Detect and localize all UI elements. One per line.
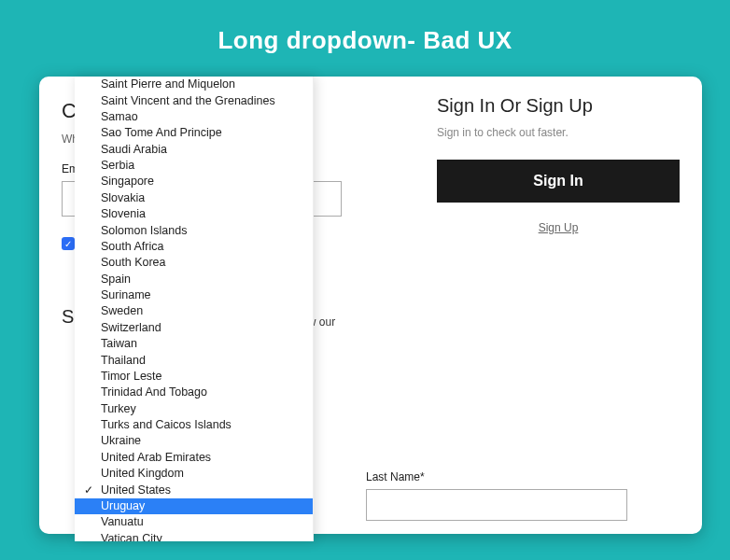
country-option[interactable]: Trinidad And Tobago [75,385,313,400]
signin-subtext: Sign in to check out faster. [437,126,680,139]
country-option[interactable]: South Korea [75,255,313,271]
country-dropdown[interactable]: Saint Pierre and MiquelonSaint Vincent a… [75,77,314,541]
lastname-label: Last Name* [366,470,646,483]
country-option[interactable]: Solomon Islands [75,222,313,238]
country-option[interactable]: Vatican City [75,531,313,542]
country-option[interactable]: Switzerland [75,320,313,336]
country-option[interactable]: Vanuatu [75,514,313,530]
country-option[interactable]: Taiwan [75,336,313,352]
country-option[interactable]: Uruguay [75,498,313,514]
signin-heading: Sign In Or Sign Up [437,95,680,117]
lastname-field: Last Name* [366,470,646,521]
country-option[interactable]: Saint Vincent and the Grenadines [75,92,313,108]
country-option[interactable]: Singapore [75,174,313,189]
country-option[interactable]: Thailand [75,352,313,368]
country-option[interactable]: South Africa [75,239,313,255]
country-option[interactable]: United States [75,482,313,497]
country-option[interactable]: Suriname [75,287,313,303]
country-option[interactable]: Timor Leste [75,369,313,385]
page-title: Long dropdown- Bad UX [0,0,730,55]
country-option[interactable]: Sao Tome And Principe [75,125,313,141]
country-option[interactable]: Sweden [75,303,313,319]
signup-link[interactable]: Sign Up [437,221,680,234]
country-option[interactable]: Samao [75,109,313,125]
country-option[interactable]: Spain [75,272,313,287]
lastname-input[interactable] [366,489,627,521]
country-option[interactable]: Slovakia [75,190,313,206]
country-option[interactable]: Slovenia [75,206,313,222]
country-option[interactable]: United Kingdom [75,466,313,482]
country-option[interactable]: Saint Pierre and Miquelon [75,77,313,92]
country-option[interactable]: Saudi Arabia [75,142,313,158]
signin-button[interactable]: Sign In [437,160,680,203]
country-option[interactable]: Ukraine [75,433,313,449]
country-option[interactable]: Turkey [75,401,313,417]
country-option[interactable]: Serbia [75,158,313,174]
agree-checkbox[interactable]: ✓ [62,237,75,250]
country-option[interactable]: Turks and Caicos Islands [75,417,313,433]
right-column: Sign In Or Sign Up Sign in to check out … [437,95,680,234]
country-option[interactable]: United Arab Emirates [75,450,313,466]
